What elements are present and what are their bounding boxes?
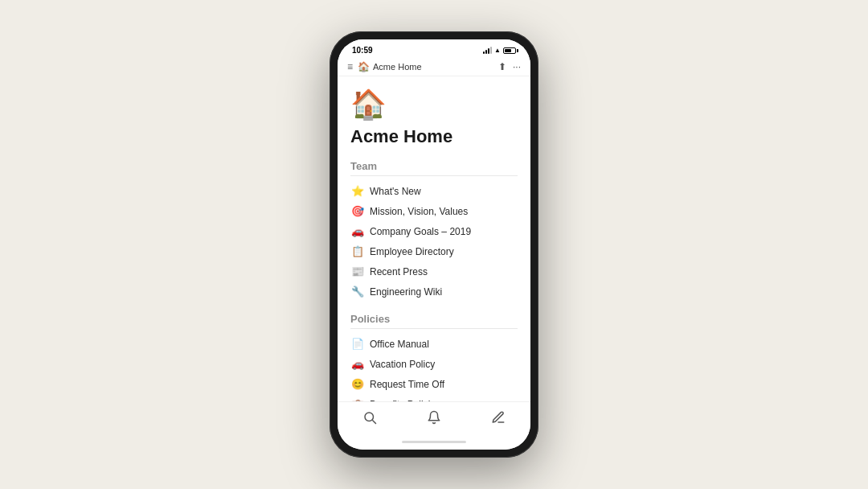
- svg-point-0: [365, 413, 374, 421]
- item-label: Engineering Wiki: [370, 286, 442, 298]
- svg-line-1: [373, 421, 376, 424]
- item-emoji: 🚗: [350, 358, 365, 370]
- tab-compose[interactable]: [478, 409, 518, 430]
- list-item[interactable]: 📄 Office Manual: [350, 334, 518, 354]
- section-policies: Policies 📄 Office Manual 🚗 Vacation Poli…: [350, 313, 518, 401]
- section-team-heading: Team: [350, 160, 518, 172]
- nav-title-area: 🏠 Acme Home: [358, 61, 498, 72]
- item-label: Office Manual: [370, 339, 429, 350]
- share-icon[interactable]: ⬆: [498, 61, 506, 72]
- nav-page-title: Acme Home: [373, 62, 422, 72]
- item-label: What's New: [370, 186, 421, 197]
- list-item[interactable]: 📋 Employee Directory: [350, 241, 518, 261]
- section-team: Team ⭐ What's New 🎯 Mission, Vision, Val…: [350, 160, 518, 302]
- list-item[interactable]: 🔧 Engineering Wiki: [350, 281, 518, 302]
- tab-search[interactable]: [350, 409, 390, 430]
- item-emoji: 📰: [350, 265, 365, 277]
- page-emoji: 🏠: [350, 88, 518, 121]
- list-item[interactable]: 💼 Benefits Policies: [350, 394, 518, 401]
- list-item[interactable]: 📰 Recent Press: [350, 261, 518, 281]
- item-label: Employee Directory: [370, 246, 454, 257]
- page-title: Acme Home: [350, 126, 518, 147]
- item-label: Recent Press: [370, 266, 428, 277]
- more-options-icon[interactable]: ···: [513, 61, 521, 72]
- item-emoji: ⭐: [350, 185, 365, 197]
- item-label: Mission, Vision, Values: [370, 206, 468, 217]
- phone-screen: 10:59 ▲ ≡ 🏠 Acme Home ⬆ ···: [338, 39, 530, 450]
- home-bar: [402, 441, 466, 443]
- item-emoji: 🎯: [350, 205, 365, 217]
- list-item[interactable]: 😊 Request Time Off: [350, 374, 518, 394]
- list-item[interactable]: ⭐ What's New: [350, 181, 518, 201]
- status-bar: 10:59 ▲: [338, 39, 530, 58]
- home-indicator: [338, 434, 530, 450]
- item-label: Request Time Off: [370, 379, 444, 390]
- tab-bar: [338, 401, 530, 434]
- tab-notifications[interactable]: [414, 409, 454, 430]
- nav-page-emoji: 🏠: [358, 61, 370, 72]
- section-policies-heading: Policies: [350, 313, 518, 325]
- item-emoji: 📄: [350, 338, 365, 350]
- item-emoji: 📋: [350, 245, 365, 257]
- list-item[interactable]: 🎯 Mission, Vision, Values: [350, 201, 518, 221]
- status-icons: ▲: [483, 47, 516, 54]
- signal-icon: [483, 47, 492, 54]
- item-emoji: 🚗: [350, 225, 365, 237]
- wifi-icon: ▲: [494, 47, 501, 54]
- item-label: Company Goals – 2019: [370, 226, 471, 237]
- status-time: 10:59: [352, 46, 373, 55]
- content-area: 🏠 Acme Home Team ⭐ What's New 🎯 Mission,…: [338, 76, 530, 401]
- phone-device: 10:59 ▲ ≡ 🏠 Acme Home ⬆ ···: [330, 31, 538, 458]
- section-divider-policies: [350, 328, 518, 329]
- battery-icon: [503, 47, 516, 54]
- nav-bar: ≡ 🏠 Acme Home ⬆ ···: [338, 58, 530, 76]
- item-emoji: 😊: [350, 378, 365, 390]
- item-emoji: 🔧: [350, 286, 365, 298]
- nav-actions: ⬆ ···: [498, 61, 521, 72]
- list-item[interactable]: 🚗 Company Goals – 2019: [350, 221, 518, 241]
- section-divider-team: [350, 175, 518, 176]
- list-item[interactable]: 🚗 Vacation Policy: [350, 354, 518, 374]
- hamburger-icon[interactable]: ≡: [347, 61, 353, 72]
- item-label: Vacation Policy: [370, 359, 435, 370]
